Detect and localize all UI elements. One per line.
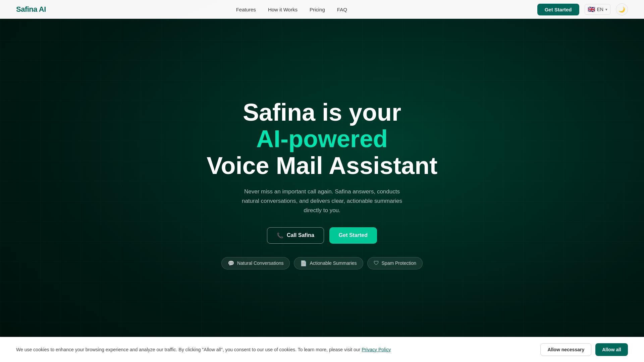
flag-icon: 🇬🇧 [588,6,595,13]
navbar: Safina AI Features How it Works Pricing … [0,0,644,19]
allow-all-button[interactable]: Allow all [595,343,628,356]
allow-necessary-button[interactable]: Allow necessary [540,343,591,356]
moon-icon: 🌙 [619,6,625,13]
pill-label-summaries: Actionable Summaries [310,260,357,266]
shield-icon: 🛡 [374,260,379,266]
nav-get-started-button[interactable]: Get Started [537,4,579,15]
nav-right: Get Started 🇬🇧 EN ▾ 🌙 [537,3,628,15]
language-selector[interactable]: 🇬🇧 EN ▾ [585,4,610,15]
document-icon: 📄 [300,260,307,266]
hero-section: Safina is your AI-powered Voice Mail Ass… [0,0,644,362]
hero-line3: Voice Mail Assistant [207,153,437,179]
cookie-buttons: Allow necessary Allow all [540,343,628,356]
nav-faq[interactable]: FAQ [337,7,347,12]
hero-get-started-button[interactable]: Get Started [329,227,377,244]
nav-features[interactable]: Features [236,7,256,12]
site-logo[interactable]: Safina AI [16,5,46,14]
nav-pricing[interactable]: Pricing [310,7,325,12]
feature-pills: 💬 Natural Conversations 📄 Actionable Sum… [207,257,437,269]
chat-icon: 💬 [228,260,234,266]
pill-label-natural: Natural Conversations [237,260,284,266]
pill-actionable-summaries: 📄 Actionable Summaries [294,257,363,269]
pill-natural-conversations: 💬 Natural Conversations [221,257,290,269]
cookie-message: We use cookies to enhance your browsing … [16,347,362,352]
cookie-banner: We use cookies to enhance your browsing … [0,337,644,362]
hero-description: Never miss an important call again. Safi… [235,187,409,215]
hero-content: Safina is your AI-powered Voice Mail Ass… [207,99,437,269]
hero-title: Safina is your AI-powered Voice Mail Ass… [207,99,437,179]
pill-label-spam: Spam Protection [382,260,417,266]
nav-links: Features How it Works Pricing FAQ [236,7,347,12]
dark-mode-toggle[interactable]: 🌙 [616,3,628,15]
hero-line2: AI-powered [207,126,437,152]
call-safina-label: Call Safina [287,232,314,238]
phone-icon: 📞 [277,232,283,239]
nav-how-it-works[interactable]: How it Works [268,7,298,12]
lang-code: EN [597,7,603,12]
privacy-policy-link[interactable]: Privacy Policy [362,347,391,352]
pill-spam-protection: 🛡 Spam Protection [367,257,423,269]
hero-buttons: 📞 Call Safina Get Started [207,227,437,244]
hero-line1: Safina is your [243,99,401,126]
cookie-text: We use cookies to enhance your browsing … [16,346,532,353]
chevron-down-icon: ▾ [605,7,607,12]
call-safina-button[interactable]: 📞 Call Safina [267,227,324,244]
